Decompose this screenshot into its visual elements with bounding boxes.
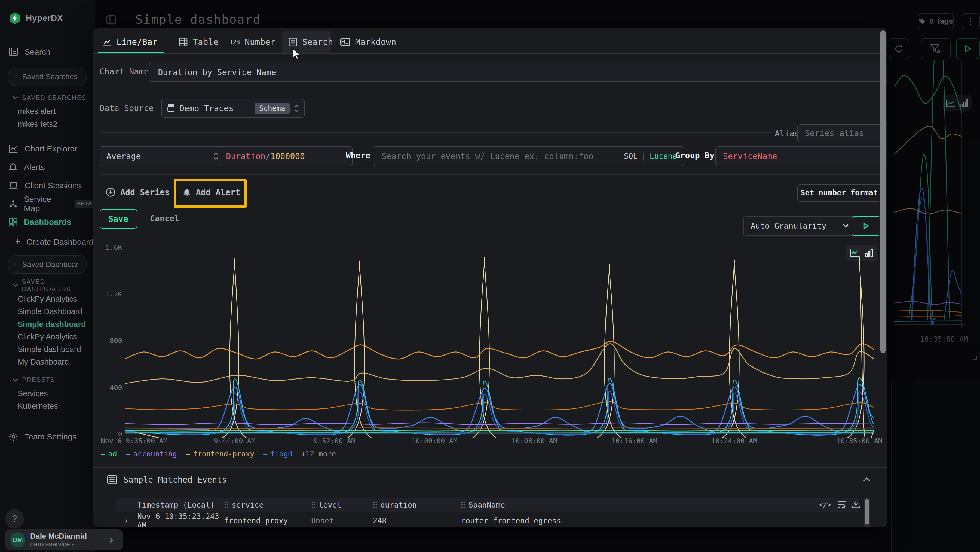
drag-handle-icon: [224, 501, 229, 508]
sidebar-item-team-settings[interactable]: Team Settings: [0, 428, 94, 446]
laptop-icon: [9, 182, 18, 190]
events-table: Timestamp (Local) service level duration…: [116, 498, 859, 528]
drag-handle-icon: [373, 501, 377, 508]
dashboard-item[interactable]: Simple dashboard: [0, 343, 94, 356]
col-level[interactable]: level: [311, 501, 373, 509]
col-service[interactable]: service: [224, 501, 311, 509]
drag-handle-icon: [311, 501, 315, 508]
legend-item[interactable]: —accounting: [126, 450, 177, 458]
sample-events-header[interactable]: Sample Matched Events: [107, 475, 227, 485]
schema-badge[interactable]: Schema: [255, 103, 290, 113]
presets-section[interactable]: PRESETS: [0, 376, 94, 384]
alias-field[interactable]: [797, 124, 888, 142]
chevron-down-icon: [13, 284, 18, 287]
x-axis-tick: 10:16:00 AM: [606, 437, 663, 445]
chevron-down-icon: [843, 224, 849, 228]
sidebar-item-alerts[interactable]: Alerts: [0, 158, 94, 176]
saved-search-item[interactable]: mikes tets2: [0, 118, 94, 130]
event-row[interactable]: › Nov 6 10:35:23.243 AM frontend-proxy U…: [116, 526, 859, 528]
add-series-button[interactable]: Add Series: [106, 185, 170, 200]
y-axis-tick: 1.6K: [96, 243, 122, 252]
x-axis-tick: 9:44:00 AM: [206, 437, 263, 445]
y-axis-tick: 800: [96, 337, 122, 345]
beta-badge: BETA: [75, 200, 94, 208]
events-table-header: Timestamp (Local) service level duration…: [116, 498, 859, 512]
expand-row-icon[interactable]: ›: [116, 516, 137, 525]
tab-markdown[interactable]: Markdown: [340, 31, 396, 53]
event-row[interactable]: › Nov 6 10:35:23.243 AM frontend-proxy U…: [116, 512, 859, 526]
y-axis-tick: 1.2K: [96, 290, 122, 298]
run-chart-button[interactable]: [851, 216, 881, 236]
tab-line-bar[interactable]: Line/Bar: [102, 31, 158, 53]
sql-toggle[interactable]: SQL: [624, 152, 638, 161]
gear-icon: [9, 432, 18, 442]
table-scrollbar-thumb[interactable]: [865, 499, 869, 525]
dashboard-item[interactable]: ClickPy Analytics: [0, 293, 94, 305]
sidebar-item-search[interactable]: Search: [0, 43, 94, 61]
duration-chart[interactable]: [125, 239, 874, 438]
saved-dashboards-search[interactable]: [8, 255, 87, 274]
saved-searches-section[interactable]: SAVED SEARCHES: [0, 94, 94, 102]
col-duration[interactable]: duration: [373, 501, 461, 509]
sidebar-item-client-sessions[interactable]: Client Sessions: [0, 176, 94, 195]
y-axis-tick: 400: [96, 383, 122, 391]
help-button[interactable]: ?: [5, 509, 24, 528]
saved-dashboards-section[interactable]: SAVED DASHBOARDS: [0, 281, 94, 290]
x-axis-tick: 10:35:00 AM: [837, 437, 882, 445]
sidebar-item-chart-explorer[interactable]: Chart Explorer: [0, 140, 94, 158]
bell-icon: [183, 188, 191, 196]
download-icon[interactable]: [851, 500, 860, 509]
sidebar-item-service-map[interactable]: Service Map BETA: [0, 195, 94, 213]
modal-scrollbar-thumb[interactable]: [880, 30, 886, 353]
edit-chart-modal: Line/Bar Table 123 Number Search Markdow…: [93, 28, 887, 528]
user-card[interactable]: DM Dale McDiarmid demo-service -: [5, 530, 124, 550]
legend-more-link[interactable]: +12 more: [301, 450, 336, 458]
saved-dashboards-input[interactable]: [21, 259, 80, 270]
set-number-format-button[interactable]: Set number format: [797, 184, 881, 202]
saved-search-item[interactable]: mikes alert: [0, 105, 94, 118]
dashboard-item-active[interactable]: Simple dashboard: [0, 318, 94, 330]
sidebar-item-dashboards[interactable]: Dashboards: [0, 213, 94, 231]
dashboard-item[interactable]: My Dashboard: [0, 356, 94, 369]
lucene-toggle[interactable]: Lucene: [650, 152, 677, 161]
legend-item[interactable]: —flagd: [263, 450, 293, 458]
collapse-chevron-icon[interactable]: [863, 477, 870, 482]
alias-label: Alias: [775, 129, 800, 138]
view-code-icon[interactable]: </>: [819, 501, 831, 509]
preset-item[interactable]: Kubernetes: [0, 400, 94, 413]
search-icon: [14, 261, 17, 268]
saved-searches-search[interactable]: [8, 67, 87, 86]
service-map-icon: [9, 199, 18, 208]
legend-item[interactable]: —frontend-proxy: [186, 450, 254, 458]
aggregation-select[interactable]: Average: [100, 146, 225, 166]
col-spanname[interactable]: SpanName: [461, 501, 859, 509]
brand[interactable]: HyperDX: [9, 11, 94, 26]
granularity-select[interactable]: Auto Granularity: [743, 216, 856, 236]
add-alert-button[interactable]: Add Alert: [183, 185, 240, 200]
save-button[interactable]: Save: [100, 209, 137, 228]
tab-table[interactable]: Table: [179, 31, 218, 53]
cancel-button[interactable]: Cancel: [150, 209, 180, 228]
markdown-icon: [340, 38, 350, 46]
dashboard-item[interactable]: Simple Dashboard: [0, 305, 94, 318]
dashboard-item[interactable]: ClickPy Analytics: [0, 330, 94, 343]
data-source-select[interactable]: Demo Traces Schema: [161, 99, 305, 118]
legend-item[interactable]: —ad: [101, 450, 117, 458]
create-dashboard-button[interactable]: + Create Dashboard: [0, 235, 94, 249]
col-timestamp[interactable]: Timestamp (Local): [137, 501, 224, 509]
chart-name-field[interactable]: [149, 63, 888, 82]
chart-name-input[interactable]: [157, 67, 888, 78]
group-by-field[interactable]: ServiceName: [715, 146, 888, 166]
wrap-text-icon[interactable]: [837, 501, 846, 509]
expression-field[interactable]: Duration/1000000: [219, 146, 353, 166]
tab-number[interactable]: 123 Number: [229, 31, 275, 53]
plus-circle-icon: [106, 187, 115, 197]
where-search-field[interactable]: SQL | Lucene: [373, 146, 685, 166]
preset-item[interactable]: Services: [0, 387, 94, 400]
play-icon: [863, 222, 869, 230]
where-search-input[interactable]: [380, 151, 624, 162]
alias-input[interactable]: [803, 128, 886, 139]
database-icon: [167, 104, 175, 113]
group-by-value: ServiceName: [723, 152, 777, 161]
saved-searches-input[interactable]: [21, 72, 80, 82]
